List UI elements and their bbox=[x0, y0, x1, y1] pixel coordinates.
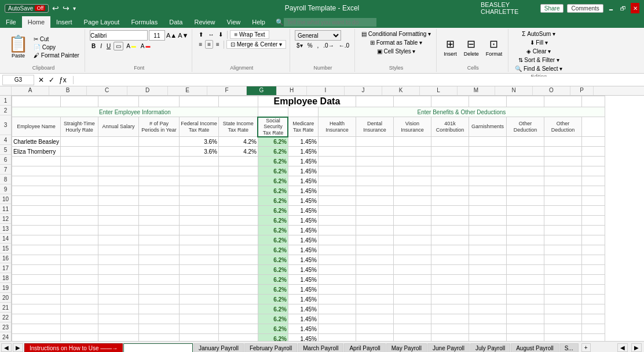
cell-k5[interactable] bbox=[393, 147, 431, 157]
cell-a11[interactable] bbox=[12, 206, 61, 216]
cell-c19[interactable] bbox=[98, 285, 138, 295]
tab-insert[interactable]: Insert bbox=[50, 16, 78, 28]
cell-f4[interactable]: 4.2% bbox=[218, 137, 258, 147]
cell-p13[interactable] bbox=[581, 226, 605, 235]
cell-c16[interactable] bbox=[98, 255, 138, 265]
cell-c14[interactable] bbox=[98, 235, 138, 245]
cell-e22[interactable] bbox=[179, 314, 218, 324]
cell-i12[interactable] bbox=[318, 216, 356, 226]
conditional-formatting-button[interactable]: ▤ Conditional Formatting ▾ bbox=[360, 30, 433, 38]
cell-l1[interactable] bbox=[469, 96, 506, 107]
cell-p4[interactable] bbox=[581, 137, 605, 147]
cut-button[interactable]: ✂ Cut bbox=[32, 35, 81, 43]
cell-e16[interactable] bbox=[179, 255, 218, 265]
row-header-9[interactable]: 9 bbox=[0, 184, 11, 194]
cell-n19[interactable] bbox=[506, 285, 544, 295]
cell-a9[interactable] bbox=[12, 186, 61, 196]
align-center-button[interactable]: ≡ bbox=[205, 40, 213, 49]
cell-k18[interactable] bbox=[393, 275, 431, 285]
cell-p6[interactable] bbox=[581, 157, 605, 166]
cell-k10[interactable] bbox=[393, 196, 431, 206]
cell-l6[interactable] bbox=[431, 157, 469, 166]
cell-e15[interactable] bbox=[179, 245, 218, 255]
cell-reference-box[interactable] bbox=[2, 75, 34, 85]
cell-i16[interactable] bbox=[318, 255, 356, 265]
cell-p23[interactable] bbox=[581, 324, 605, 334]
align-left-button[interactable]: ≡ bbox=[197, 41, 204, 48]
row-header-6[interactable]: 6 bbox=[0, 155, 11, 165]
cell-h22[interactable]: 1.45% bbox=[288, 314, 318, 324]
share-button[interactable]: Share bbox=[540, 4, 564, 13]
cell-o19[interactable] bbox=[544, 285, 581, 295]
cell-b12[interactable] bbox=[60, 216, 98, 226]
font-shrink-icon[interactable]: A▼ bbox=[178, 32, 188, 39]
cell-d4[interactable] bbox=[138, 137, 179, 147]
col-header-h[interactable]: H bbox=[277, 86, 307, 95]
cell-e5[interactable]: 3.6% bbox=[179, 147, 218, 157]
cell-d21[interactable] bbox=[138, 304, 179, 314]
col-head-federal-tax[interactable]: Federal Income Tax Rate bbox=[179, 117, 218, 137]
col-head-medicare[interactable]: Medicare Tax Rate bbox=[288, 117, 318, 137]
cell-n8[interactable] bbox=[506, 176, 544, 186]
minimize-button[interactable]: 🗕 bbox=[607, 3, 616, 13]
cell-o18[interactable] bbox=[544, 275, 581, 285]
row-header-22[interactable]: 22 bbox=[0, 313, 11, 322]
row-header-16[interactable]: 16 bbox=[0, 253, 11, 263]
cell-a14[interactable] bbox=[12, 235, 61, 245]
cell-o9[interactable] bbox=[544, 186, 581, 196]
decrease-decimal-button[interactable]: ←.0 bbox=[337, 42, 351, 49]
cell-l12[interactable] bbox=[431, 216, 469, 226]
row-header-18[interactable]: 18 bbox=[0, 273, 11, 283]
col-head-401k[interactable]: 401k Contribution bbox=[431, 117, 469, 137]
cell-a8[interactable] bbox=[12, 176, 61, 186]
cell-o15[interactable] bbox=[544, 245, 581, 255]
tab-review[interactable]: Review bbox=[188, 16, 221, 28]
cell-k12[interactable] bbox=[393, 216, 431, 226]
scroll-left-button[interactable]: ◀ bbox=[617, 343, 628, 352]
row-header-12[interactable]: 12 bbox=[0, 214, 11, 224]
format-button[interactable]: ⊡ Format bbox=[484, 37, 505, 58]
row-header-17[interactable]: 17 bbox=[0, 263, 11, 273]
cell-d17[interactable] bbox=[138, 265, 179, 275]
cell-n10[interactable] bbox=[506, 196, 544, 206]
cell-o6[interactable] bbox=[544, 157, 581, 166]
cell-d7[interactable] bbox=[138, 166, 179, 176]
cell-g8[interactable]: 6.2% bbox=[258, 176, 288, 186]
cell-i21[interactable] bbox=[318, 304, 356, 314]
scroll-right-button[interactable]: ▶ bbox=[631, 343, 642, 352]
cell-m14[interactable] bbox=[469, 235, 506, 245]
col-header-l[interactable]: L bbox=[420, 86, 458, 95]
delete-button[interactable]: ⊟ Delete bbox=[462, 37, 481, 58]
cell-n11[interactable] bbox=[506, 206, 544, 216]
cell-d22[interactable] bbox=[138, 314, 179, 324]
cell-m5[interactable] bbox=[469, 147, 506, 157]
cell-g9[interactable]: 6.2% bbox=[258, 186, 288, 196]
cell-g14[interactable]: 6.2% bbox=[258, 235, 288, 245]
increase-decimal-button[interactable]: .0→ bbox=[321, 42, 335, 49]
col-head-garnishments[interactable]: Garnishments bbox=[469, 117, 506, 137]
cell-b21[interactable] bbox=[60, 304, 98, 314]
align-right-button[interactable]: ≡ bbox=[214, 41, 221, 48]
cell-i23[interactable] bbox=[318, 324, 356, 334]
cell-o22[interactable] bbox=[544, 314, 581, 324]
cell-i1[interactable] bbox=[356, 96, 393, 107]
cell-j21[interactable] bbox=[356, 304, 393, 314]
cell-m15[interactable] bbox=[469, 245, 506, 255]
cell-j15[interactable] bbox=[356, 245, 393, 255]
cell-m22[interactable] bbox=[469, 314, 506, 324]
cell-i2-benefits-header[interactable]: Enter Benefits & Other Deductions bbox=[318, 107, 605, 117]
cell-c9[interactable] bbox=[98, 186, 138, 196]
sheet-tab-april[interactable]: April Payroll bbox=[344, 343, 385, 353]
cell-i19[interactable] bbox=[318, 285, 356, 295]
cell-j17[interactable] bbox=[356, 265, 393, 275]
cell-e20[interactable] bbox=[179, 295, 218, 304]
cell-k20[interactable] bbox=[393, 295, 431, 304]
cell-m12[interactable] bbox=[469, 216, 506, 226]
cell-b19[interactable] bbox=[60, 285, 98, 295]
cell-k21[interactable] bbox=[393, 304, 431, 314]
fill-color-button[interactable]: A▬ bbox=[125, 42, 138, 50]
cell-j13[interactable] bbox=[356, 226, 393, 235]
cell-l5[interactable] bbox=[431, 147, 469, 157]
cell-o5[interactable] bbox=[544, 147, 581, 157]
cell-e21[interactable] bbox=[179, 304, 218, 314]
